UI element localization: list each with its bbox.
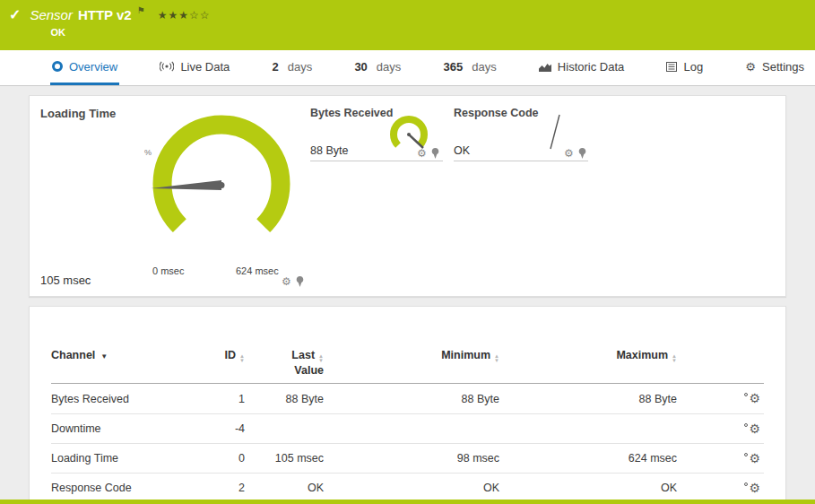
response-code-gauge-title: Response Code (454, 107, 538, 119)
cell-maximum: OK (499, 482, 677, 494)
cell-id: 0 (186, 452, 245, 465)
sensor-title: HTTP v2 (78, 7, 132, 22)
cell-id: -4 (186, 422, 245, 435)
table-row-loading-time: Loading Time 0 105 msec 98 msec 624 msec… (51, 443, 764, 473)
column-header-channel[interactable]: Channel▼ (51, 348, 186, 364)
object-type-label: Sensor (30, 7, 73, 22)
channels-panel: Channel▼ ID▲▼ Last▲▼ Value Minimum▲▼ Max… (29, 306, 786, 504)
column-header-last-value[interactable]: Last▲▼ Value (245, 348, 324, 378)
channel-settings-icon[interactable]: ⚙ (749, 452, 760, 465)
tab-live-data[interactable]: Live Data (158, 50, 231, 85)
tab-live-data-label: Live Data (180, 60, 230, 74)
tab-historic-data-label: Historic Data (558, 60, 624, 74)
loading-time-value: 105 msec (40, 274, 91, 287)
tab-365-days-number: 365 (444, 60, 464, 74)
sensor-header: ✓ Sensor HTTP v2 ⚑ ★★★☆☆ OK (0, 0, 815, 50)
table-row-downtime: Downtime -4 ⚙ (51, 413, 764, 443)
tab-2-days-label: days (288, 60, 312, 74)
cell-minimum: 98 msec (324, 452, 499, 465)
channel-settings-icon[interactable]: ⚙ (749, 482, 760, 495)
tab-30-days-label: days (377, 60, 401, 74)
column-header-channel-label: Channel (51, 349, 95, 361)
sensor-title-block: Sensor HTTP v2 ⚑ ★★★☆☆ OK (30, 7, 210, 38)
divider (454, 161, 588, 161)
loading-time-gauge (141, 110, 302, 253)
column-header-minimum[interactable]: Minimum▲▼ (324, 348, 499, 363)
table-row-bytes-received: Bytes Received 1 88 Byte 88 Byte 88 Byte… (51, 384, 764, 413)
channels-table-header: Channel▼ ID▲▼ Last▲▼ Value Minimum▲▼ Max… (51, 307, 764, 384)
priority-stars[interactable]: ★★★☆☆ (158, 9, 211, 22)
cell-last-value: 88 Byte (245, 393, 324, 405)
priority-flag-icon[interactable]: ⚑ (137, 5, 145, 15)
gauge-max-label: 624 msec (236, 265, 279, 276)
tab-30-days[interactable]: 30days (352, 50, 403, 85)
historic-data-icon (539, 62, 551, 72)
pin-icon[interactable] (296, 276, 304, 287)
prtg-sensor-page: ✓ Sensor HTTP v2 ⚑ ★★★☆☆ OK Overview Liv (0, 0, 815, 504)
loading-time-gauge-title: Loading Time (40, 107, 116, 120)
divider (310, 161, 443, 161)
channel-settings-icon[interactable]: ⚙ (749, 392, 760, 405)
cell-minimum: OK (324, 482, 499, 494)
tab-settings[interactable]: ⚙ Settings (743, 50, 806, 85)
cell-channel: Downtime (51, 422, 186, 435)
cell-maximum: 624 msec (499, 452, 677, 465)
tab-overview[interactable]: Overview (50, 50, 119, 85)
sort-arrows-icon: ▲▼ (672, 354, 677, 363)
pin-icon[interactable] (578, 148, 586, 159)
cell-channel: Bytes Received (51, 393, 186, 405)
log-icon (666, 62, 677, 72)
column-header-id[interactable]: ID▲▼ (186, 348, 245, 363)
tab-log-label: Log (683, 60, 703, 74)
overview-donut-icon (52, 61, 63, 72)
column-header-minimum-label: Minimum (441, 349, 490, 361)
tab-bar: Overview Live Data 2days 30days 365days (0, 50, 815, 86)
response-code-value: OK (454, 144, 470, 157)
column-header-last-label: Last (291, 349, 315, 361)
gear-dot (744, 393, 748, 396)
live-data-icon (160, 61, 174, 72)
bytes-received-gauge-title: Bytes Received (310, 107, 393, 119)
gear-dot (744, 423, 748, 427)
cell-channel: Response Code (51, 482, 186, 494)
bytes-received-value: 88 Byte (310, 144, 348, 157)
gauge-settings-icon[interactable]: ⚙ (282, 276, 291, 287)
tab-30-days-number: 30 (354, 60, 367, 74)
gauge-settings-icon[interactable]: ⚙ (564, 148, 574, 159)
column-header-id-label: ID (225, 349, 237, 361)
sensor-status-badge: OK (30, 27, 210, 38)
cell-last-value: OK (245, 482, 324, 494)
column-header-maximum-label: Maximum (616, 349, 668, 361)
tab-log[interactable]: Log (664, 50, 705, 85)
column-header-maximum[interactable]: Maximum▲▼ (499, 348, 677, 363)
cell-minimum: 88 Byte (324, 393, 499, 405)
tab-2-days-number: 2 (272, 60, 278, 74)
column-header-value-label: Value (245, 363, 324, 378)
cell-id: 2 (186, 482, 245, 494)
gear-dot (744, 453, 748, 456)
tab-historic-data[interactable]: Historic Data (537, 50, 626, 85)
footer-accent-bar (0, 500, 815, 504)
tab-2-days[interactable]: 2days (270, 50, 314, 85)
response-gauge-actions: ⚙ (564, 148, 586, 159)
settings-gear-icon: ⚙ (745, 61, 756, 73)
gauge-min-label: 0 msec (152, 265, 184, 276)
gauge-unit-label: % (144, 148, 152, 157)
cell-channel: Loading Time (51, 452, 186, 465)
gear-dot (744, 482, 748, 486)
main-content: Loading Time % 0 msec 624 msec 105 msec … (0, 86, 815, 504)
gauges-panel: Loading Time % 0 msec 624 msec 105 msec … (29, 95, 786, 297)
channel-settings-icon[interactable]: ⚙ (749, 422, 760, 436)
bytes-gauge-actions: ⚙ (417, 148, 439, 159)
cell-last-value: 105 msec (245, 452, 324, 465)
pin-icon[interactable] (431, 148, 439, 159)
sort-active-icon: ▼ (100, 352, 108, 361)
tab-overview-label: Overview (69, 60, 117, 74)
tab-365-days-label: days (472, 60, 496, 74)
tab-settings-label: Settings (762, 60, 804, 74)
gauge-settings-icon[interactable]: ⚙ (417, 148, 427, 159)
cell-id: 1 (186, 393, 245, 405)
cell-maximum: 88 Byte (499, 393, 677, 405)
tab-365-days[interactable]: 365days (442, 50, 499, 85)
status-check-icon: ✓ (9, 7, 21, 23)
